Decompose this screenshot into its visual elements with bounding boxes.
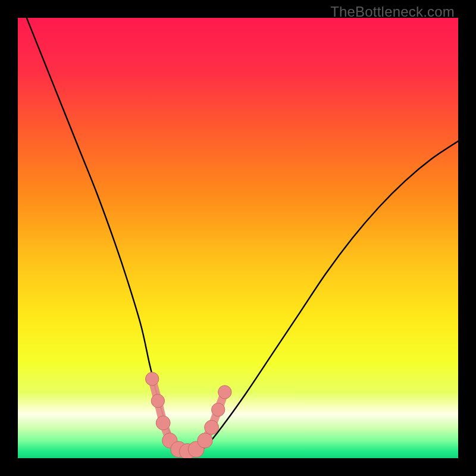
data-marker <box>212 403 225 416</box>
plot-area <box>18 18 458 458</box>
watermark-text: TheBottleneck.com <box>330 4 455 20</box>
data-marker <box>198 433 212 448</box>
data-marker <box>156 416 170 430</box>
curve-path <box>27 18 458 455</box>
chart-frame: TheBottleneck.com <box>0 0 476 476</box>
data-marker <box>218 386 231 399</box>
data-marker <box>205 420 219 434</box>
data-marker <box>151 394 164 408</box>
bottleneck-curve <box>18 18 458 458</box>
data-marker <box>146 372 159 386</box>
